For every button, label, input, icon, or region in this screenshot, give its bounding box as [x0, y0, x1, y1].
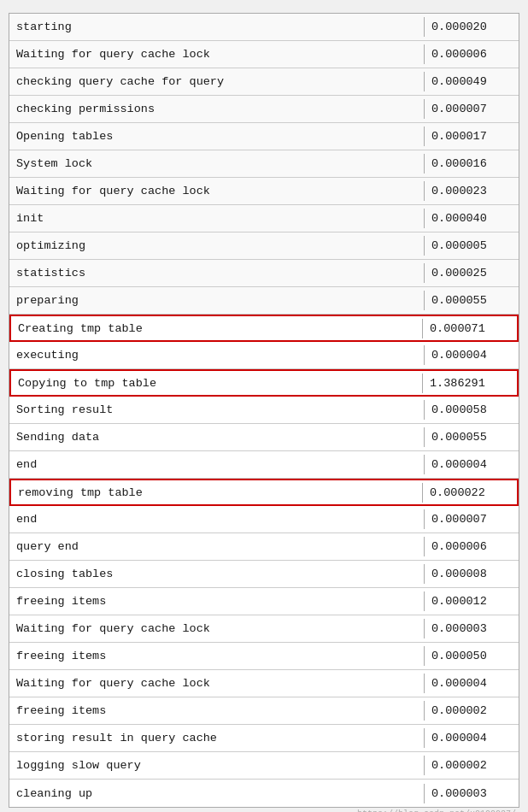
status-cell: Waiting for query cache lock: [9, 181, 425, 201]
value-cell: 0.000025: [425, 263, 519, 283]
table-row: Sending data0.000055: [9, 424, 519, 451]
value-cell: 0.000002: [425, 756, 519, 775]
value-cell: 0.000050: [425, 646, 519, 666]
table-row: optimizing0.000005: [9, 232, 519, 260]
table-row: end0.000007: [9, 506, 519, 533]
value-cell: 0.000004: [425, 674, 519, 693]
status-cell: logging slow query: [9, 756, 425, 775]
status-cell: System lock: [9, 154, 425, 174]
status-cell: Copying to tmp table: [11, 374, 423, 393]
status-cell: Sending data: [9, 427, 425, 447]
status-cell: end: [9, 455, 425, 474]
table-row: Waiting for query cache lock0.000003: [9, 615, 519, 643]
table-body: starting0.000020Waiting for query cache …: [9, 13, 519, 808]
value-cell: 0.000017: [425, 127, 519, 146]
status-cell: optimizing: [9, 236, 425, 256]
status-cell: checking permissions: [9, 99, 425, 119]
table-row: logging slow query0.000002: [9, 752, 519, 780]
status-cell: preparing: [9, 291, 425, 310]
status-cell: Creating tmp table: [11, 319, 423, 338]
value-cell: 0.000005: [425, 236, 519, 256]
status-cell: freeing items: [9, 591, 425, 611]
value-cell: 0.000022: [423, 483, 517, 503]
table-row: starting0.000020: [9, 14, 519, 41]
table-row: Creating tmp table0.000071: [9, 315, 519, 342]
status-cell: init: [9, 209, 425, 228]
table-row: Waiting for query cache lock0.000023: [9, 178, 519, 205]
status-cell: statistics: [9, 263, 425, 283]
table-row: cleaning up0.000003: [9, 780, 519, 807]
value-cell: 1.386291: [423, 374, 517, 393]
table-row: executing0.000004: [9, 342, 519, 369]
value-cell: 0.000058: [425, 400, 519, 420]
value-cell: 0.000016: [425, 154, 519, 174]
value-cell: 0.000002: [425, 701, 519, 721]
status-cell: query end: [9, 537, 425, 556]
value-cell: 0.000006: [425, 44, 519, 64]
value-cell: 0.000040: [425, 209, 519, 228]
value-cell: 0.000006: [425, 537, 519, 556]
table-row: Opening tables0.000017: [9, 123, 519, 150]
table-row: Waiting for query cache lock0.000006: [9, 41, 519, 68]
table-row: storing result in query cache0.000004: [9, 725, 519, 752]
table-row: statistics0.000025: [9, 260, 519, 287]
value-cell: 0.000012: [425, 591, 519, 611]
value-cell: 0.000004: [425, 455, 519, 474]
table-row: freeing items0.000012: [9, 588, 519, 615]
status-cell: Opening tables: [9, 127, 425, 146]
status-cell: Waiting for query cache lock: [9, 619, 425, 638]
status-cell: removing tmp table: [11, 483, 423, 503]
watermark: https://blog.csdn.net/u0100037/: [9, 808, 519, 812]
table-row: checking permissions0.000007: [9, 96, 519, 123]
table-row: System lock0.000016: [9, 150, 519, 178]
value-cell: 0.000023: [425, 181, 519, 201]
value-cell: 0.000004: [425, 728, 519, 748]
table-row: freeing items0.000050: [9, 643, 519, 670]
status-cell: freeing items: [9, 701, 425, 721]
status-cell: Waiting for query cache lock: [9, 674, 425, 693]
value-cell: 0.000055: [425, 427, 519, 447]
table-row: freeing items0.000002: [9, 697, 519, 725]
table-row: end0.000004: [9, 451, 519, 479]
profiling-table: starting0.000020Waiting for query cache …: [9, 9, 519, 812]
table-row: Copying to tmp table1.386291: [9, 369, 519, 397]
value-cell: 0.000003: [425, 619, 519, 638]
table-row: preparing0.000055: [9, 287, 519, 315]
status-cell: end: [9, 509, 425, 529]
table-row: Waiting for query cache lock0.000004: [9, 670, 519, 697]
status-cell: storing result in query cache: [9, 728, 425, 748]
status-cell: Sorting result: [9, 400, 425, 420]
table-row: query end0.000006: [9, 533, 519, 561]
status-cell: Waiting for query cache lock: [9, 44, 425, 64]
table-row: removing tmp table0.000022: [9, 479, 519, 506]
table-row: Sorting result0.000058: [9, 397, 519, 424]
value-cell: 0.000071: [423, 319, 517, 338]
value-cell: 0.000003: [425, 784, 519, 803]
value-cell: 0.000007: [425, 509, 519, 529]
status-cell: freeing items: [9, 646, 425, 666]
status-cell: checking query cache for query: [9, 72, 425, 91]
value-cell: 0.000020: [425, 17, 519, 37]
value-cell: 0.000049: [425, 72, 519, 91]
value-cell: 0.000055: [425, 291, 519, 310]
value-cell: 0.000004: [425, 345, 519, 365]
status-cell: cleaning up: [9, 784, 425, 803]
status-cell: starting: [9, 17, 425, 37]
value-cell: 0.000007: [425, 99, 519, 119]
value-cell: 0.000008: [425, 564, 519, 584]
table-row: checking query cache for query0.000049: [9, 68, 519, 96]
status-cell: executing: [9, 345, 425, 365]
status-cell: closing tables: [9, 564, 425, 584]
table-row: init0.000040: [9, 205, 519, 232]
table-row: closing tables0.000008: [9, 561, 519, 588]
